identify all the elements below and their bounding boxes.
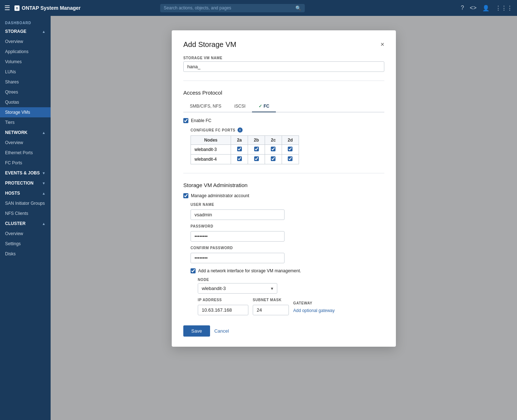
sidebar-item-ethernet-ports[interactable]: Ethernet Ports xyxy=(0,148,51,158)
subnet-mask-label: SUBNET MASK xyxy=(253,298,289,302)
username-input[interactable] xyxy=(191,209,285,220)
user-icon[interactable]: 👤 xyxy=(482,5,490,12)
tab-iscsi[interactable]: iSCSI xyxy=(228,101,252,112)
tab-smb-cifs-nfs[interactable]: SMB/CIFS, NFS xyxy=(183,101,228,112)
col-2c: 2c xyxy=(265,136,282,145)
sidebar-item-quotas[interactable]: Quotas xyxy=(0,97,51,107)
subnet-mask-input[interactable] xyxy=(253,305,289,315)
admin-credentials-section: USER NAME PASSWORD CONFIRM PASSWORD xyxy=(183,203,384,315)
check-icon: ✓ xyxy=(258,104,262,109)
cell-4-2a xyxy=(231,155,248,164)
sidebar-item-luns[interactable]: LUNs xyxy=(0,67,51,77)
sidebar-item-overview-network[interactable]: Overview xyxy=(0,138,51,148)
code-icon[interactable]: <> xyxy=(470,5,477,11)
password-input[interactable] xyxy=(191,231,285,242)
tab-fc[interactable]: ✓FC xyxy=(252,101,276,112)
storage-vm-name-label: STORAGE VM NAME xyxy=(183,56,384,60)
chevron-down-icon-events: ▼ xyxy=(42,171,46,175)
checkbox-4-2b[interactable] xyxy=(254,156,259,161)
chevron-up-icon-network: ▲ xyxy=(42,131,46,135)
search-bar: 🔍 xyxy=(160,4,305,12)
modal-footer: Save Cancel xyxy=(183,325,384,337)
configure-fc-ports-label: CONFIGURE FC PORTS i xyxy=(191,127,384,133)
username-label: USER NAME xyxy=(191,203,285,207)
sidebar-section-hosts[interactable]: HOSTS ▲ xyxy=(0,188,51,198)
sidebar-item-shares[interactable]: Shares xyxy=(0,77,51,87)
storage-vm-name-input[interactable] xyxy=(183,61,384,72)
help-icon[interactable]: ? xyxy=(461,5,464,11)
modal-close-button[interactable]: × xyxy=(380,41,384,48)
node-label: NODE xyxy=(198,278,384,282)
enable-fc-label[interactable]: Enable FC xyxy=(191,118,212,123)
sidebar-section-cluster[interactable]: CLUSTER ▲ xyxy=(0,218,51,229)
col-2d: 2d xyxy=(282,136,299,145)
node-name-1: wlebandit-3 xyxy=(191,145,231,155)
storage-vm-admin-title: Storage VM Administration xyxy=(183,182,384,188)
sidebar-item-applications[interactable]: Applications xyxy=(0,47,51,57)
sidebar-item-fc-ports[interactable]: FC Ports xyxy=(0,158,51,168)
sidebar-item-tiers[interactable]: Tiers xyxy=(0,117,51,127)
manage-admin-label[interactable]: Manage administrator account xyxy=(191,193,249,198)
storage-vm-admin-section: Storage VM Administration Manage adminis… xyxy=(183,182,384,315)
modal-title: Add Storage VM xyxy=(183,40,236,49)
sidebar-item-storage-vms[interactable]: Storage VMs xyxy=(0,107,51,117)
add-storage-vm-modal: Add Storage VM × STORAGE VM NAME Access … xyxy=(172,30,396,347)
cell-4-2c xyxy=(265,155,282,164)
manage-admin-row: Manage administrator account xyxy=(183,193,384,198)
app-logo: n ONTAP System Manager xyxy=(14,5,81,11)
enable-fc-checkbox[interactable] xyxy=(183,118,188,123)
checkbox-4-2c[interactable] xyxy=(271,156,275,161)
chevron-up-icon: ▲ xyxy=(42,30,46,34)
network-interface-checkbox[interactable] xyxy=(191,268,196,273)
node-name-2: wlebandit-4 xyxy=(191,155,231,164)
checkbox-3-2d[interactable] xyxy=(288,147,292,151)
sidebar-cluster-label: CLUSTER xyxy=(5,221,26,226)
sidebar-item-overview-storage[interactable]: Overview xyxy=(0,36,51,47)
confirm-password-input[interactable] xyxy=(191,253,285,263)
search-input[interactable] xyxy=(164,5,293,10)
save-button[interactable]: Save xyxy=(183,325,210,337)
checkbox-3-2b[interactable] xyxy=(254,147,259,151)
cancel-button[interactable]: Cancel xyxy=(214,328,229,334)
cell-3-2c xyxy=(265,145,282,155)
checkbox-3-2a[interactable] xyxy=(237,147,242,151)
sidebar-section-protection[interactable]: PROTECTION ▼ xyxy=(0,178,51,188)
cell-4-2b xyxy=(248,155,265,164)
admin-credentials-grid: USER NAME PASSWORD CONFIRM PASSWORD xyxy=(191,203,384,263)
node-select[interactable]: wlebandit-3 wlebandit-4 xyxy=(198,283,267,293)
access-protocol-section: Access Protocol SMB/CIFS, NFS iSCSI ✓FC xyxy=(183,90,384,164)
col-2a: 2a xyxy=(231,136,248,145)
sidebar-section-storage[interactable]: STORAGE ▲ xyxy=(0,26,51,36)
checkbox-4-2a[interactable] xyxy=(237,156,242,161)
sidebar-section-events-jobs[interactable]: EVENTS & JOBS ▼ xyxy=(0,168,51,178)
network-interface-label[interactable]: Add a network interface for storage VM m… xyxy=(198,268,301,273)
sidebar-item-nfs-clients[interactable]: NFS Clients xyxy=(0,208,51,218)
sidebar-storage-label: STORAGE xyxy=(5,29,26,34)
ip-address-input[interactable] xyxy=(198,305,248,315)
chevron-up-icon-hosts: ▲ xyxy=(42,191,46,195)
sidebar-item-san-initiator-groups[interactable]: SAN Initiator Groups xyxy=(0,198,51,208)
divider-1 xyxy=(183,81,384,81)
sidebar-section-network[interactable]: NETWORK ▲ xyxy=(0,127,51,138)
cell-3-2a xyxy=(231,145,248,155)
fc-ports-table: Nodes 2a 2b 2c 2d wlebandit-3 xyxy=(191,135,299,164)
sidebar-item-qtrees[interactable]: Qtrees xyxy=(0,87,51,97)
checkbox-4-2d[interactable] xyxy=(288,156,292,161)
sidebar-item-volumes[interactable]: Volumes xyxy=(0,57,51,67)
sidebar-hosts-label: HOSTS xyxy=(5,191,20,196)
apps-grid-icon[interactable]: ⋮⋮⋮ xyxy=(495,5,513,12)
chevron-down-icon-protection: ▼ xyxy=(42,181,46,185)
manage-admin-checkbox[interactable] xyxy=(183,193,188,198)
add-optional-gateway-link[interactable]: Add optional gateway xyxy=(293,308,335,315)
access-protocol-title: Access Protocol xyxy=(183,90,384,96)
checkbox-3-2c[interactable] xyxy=(271,147,275,151)
sidebar-item-settings[interactable]: Settings xyxy=(0,239,51,249)
network-interface-row: Add a network interface for storage VM m… xyxy=(191,268,384,273)
hamburger-menu-icon[interactable]: ☰ xyxy=(4,4,10,12)
ip-address-label: IP ADDRESS xyxy=(198,298,248,302)
enable-fc-row: Enable FC xyxy=(183,118,384,123)
ip-address-field: IP ADDRESS xyxy=(198,298,248,315)
sidebar-item-overview-cluster[interactable]: Overview xyxy=(0,229,51,239)
info-icon[interactable]: i xyxy=(238,127,243,133)
sidebar-item-disks[interactable]: Disks xyxy=(0,249,51,259)
